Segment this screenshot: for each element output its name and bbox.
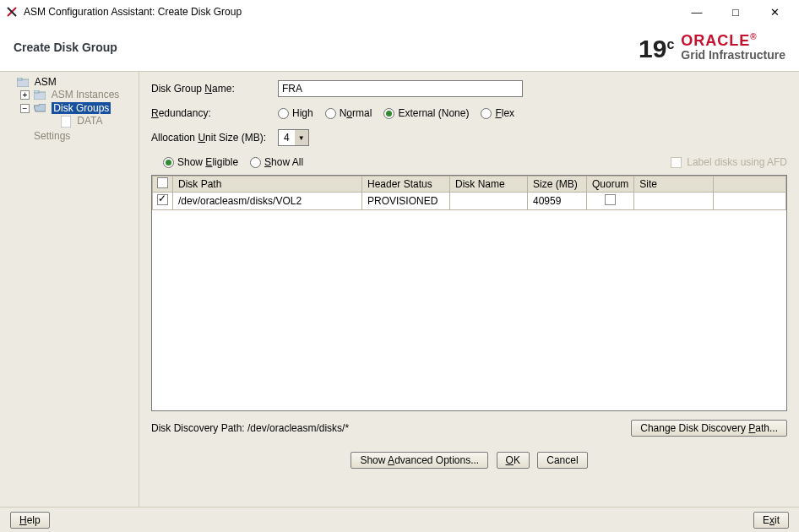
cell-site bbox=[634, 193, 714, 210]
sidebar: ASM + ASM Instances − Disk Groups bbox=[0, 72, 139, 507]
col-disk-path[interactable]: Disk Path bbox=[173, 176, 362, 193]
cell-path: /dev/oracleasm/disks/VOL2 bbox=[173, 193, 362, 210]
show-all-radio[interactable]: Show All bbox=[250, 156, 303, 168]
col-header-status[interactable]: Header Status bbox=[362, 176, 450, 193]
window-title: ASM Configuration Assistant: Create Disk… bbox=[24, 6, 242, 18]
close-button[interactable]: ✕ bbox=[755, 0, 794, 24]
col-disk-name[interactable]: Disk Name bbox=[450, 176, 528, 193]
table-row[interactable]: /dev/oracleasm/disks/VOL2 PROVISIONED 40… bbox=[153, 193, 786, 210]
cancel-button[interactable]: Cancel bbox=[537, 452, 587, 469]
discovery-path-label: Disk Discovery Path: /dev/oracleasm/disk… bbox=[151, 422, 349, 434]
maximize-button[interactable]: □ bbox=[716, 0, 755, 24]
svg-rect-5 bbox=[61, 116, 71, 128]
show-advanced-button[interactable]: Show Advanced Options... bbox=[351, 452, 488, 469]
page-title: Create Disk Group bbox=[14, 41, 117, 54]
header: Create Disk Group 19c ORACLE® Grid Infra… bbox=[0, 24, 799, 71]
quorum-checkbox[interactable] bbox=[605, 194, 616, 205]
col-quorum[interactable]: Quorum bbox=[587, 176, 634, 193]
table-header-row: Disk Path Header Status Disk Name Size (… bbox=[153, 176, 786, 193]
show-eligible-radio[interactable]: Show Eligible bbox=[163, 156, 238, 168]
col-size[interactable]: Size (MB) bbox=[528, 176, 587, 193]
folder-open-icon bbox=[34, 104, 46, 113]
expand-icon[interactable]: + bbox=[20, 90, 30, 100]
chevron-down-icon: ▼ bbox=[295, 130, 308, 145]
tree-node-diskgroups[interactable]: − Disk Groups DATA bbox=[20, 101, 139, 129]
svg-rect-3 bbox=[34, 90, 39, 93]
tree-selected: Disk Groups bbox=[52, 102, 111, 114]
tree-node-data[interactable]: DATA bbox=[37, 114, 139, 128]
col-spacer bbox=[714, 176, 786, 193]
tree-node-settings[interactable]: Settings bbox=[20, 129, 139, 143]
brand-version: 19 bbox=[639, 35, 666, 62]
cell-disk-name bbox=[450, 193, 528, 210]
disk-group-name-label: Disk Group Name: bbox=[151, 83, 278, 95]
redundancy-high[interactable]: High bbox=[278, 107, 313, 119]
svg-marker-4 bbox=[34, 104, 46, 111]
aus-label: Allocation Unit Size (MB): bbox=[151, 132, 278, 144]
label-afd-checkbox: Label disks using AFD bbox=[671, 156, 787, 168]
footer: Help Exit bbox=[0, 507, 799, 532]
ok-button[interactable]: OK bbox=[497, 452, 530, 469]
collapse-icon[interactable]: − bbox=[20, 104, 30, 113]
col-site[interactable]: Site bbox=[634, 176, 714, 193]
folder-icon bbox=[17, 78, 29, 87]
checkbox-icon bbox=[671, 157, 682, 168]
redundancy-normal[interactable]: Normal bbox=[325, 107, 372, 119]
content: Disk Group Name: Redundancy: High Normal… bbox=[139, 72, 799, 507]
brand-version-sup: c bbox=[666, 37, 674, 52]
app-icon bbox=[5, 5, 19, 19]
cell-size: 40959 bbox=[528, 193, 587, 210]
titlebar: ASM Configuration Assistant: Create Disk… bbox=[0, 0, 799, 24]
brand-sub: Grid Infrastructure bbox=[681, 48, 785, 62]
redundancy-group: High Normal External (None) Flex bbox=[278, 107, 514, 119]
redundancy-label: Redundancy: bbox=[151, 107, 278, 119]
file-icon bbox=[61, 116, 71, 128]
tree: ASM + ASM Instances − Disk Groups bbox=[0, 75, 139, 144]
col-check[interactable] bbox=[153, 176, 173, 193]
help-button[interactable]: Help bbox=[10, 512, 50, 529]
tree-node-asm[interactable]: ASM + ASM Instances − Disk Groups bbox=[3, 75, 139, 144]
redundancy-external[interactable]: External (None) bbox=[383, 107, 469, 119]
tree-node-instances[interactable]: + ASM Instances bbox=[20, 88, 139, 101]
disk-group-name-input[interactable] bbox=[278, 80, 523, 97]
aus-select[interactable]: 4 ▼ bbox=[278, 129, 309, 146]
brand-logo: 19c ORACLE® Grid Infrastructure bbox=[639, 33, 785, 62]
disks-table: Disk Path Header Status Disk Name Size (… bbox=[151, 175, 787, 411]
svg-rect-1 bbox=[17, 78, 22, 80]
redundancy-flex[interactable]: Flex bbox=[481, 107, 514, 119]
folder-icon bbox=[34, 90, 46, 100]
row-checkbox[interactable] bbox=[157, 194, 168, 205]
brand-name: ORACLE® bbox=[681, 32, 757, 49]
minimize-button[interactable]: — bbox=[677, 0, 716, 24]
cell-header-status: PROVISIONED bbox=[362, 193, 450, 210]
exit-button[interactable]: Exit bbox=[753, 512, 789, 529]
change-discovery-path-button[interactable]: Change Disk Discovery Path... bbox=[631, 420, 787, 437]
